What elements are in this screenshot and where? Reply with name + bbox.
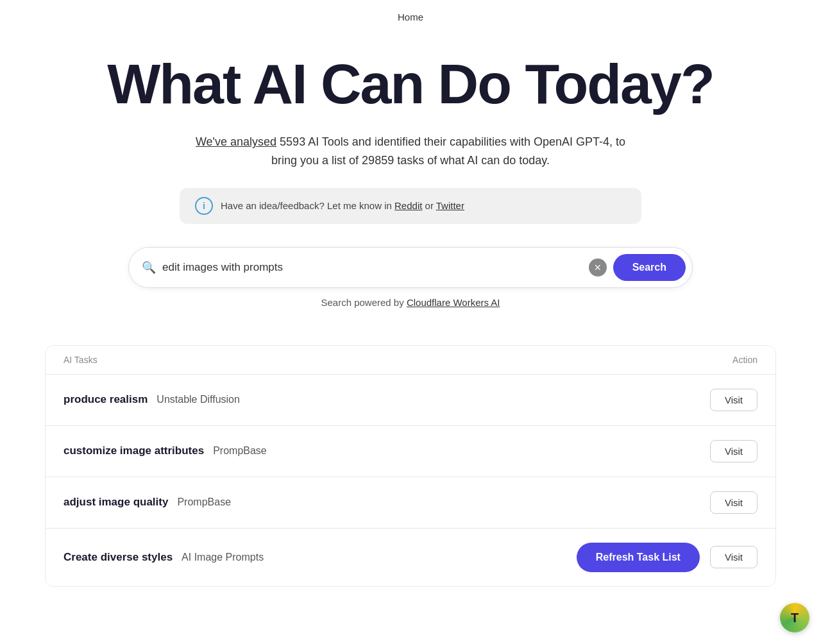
results-table: AI Tasks Action produce realism Unstable… bbox=[45, 345, 776, 587]
task-tool: PrompBase bbox=[213, 445, 267, 457]
task-name: Create diverse styles bbox=[63, 551, 173, 564]
search-container: 🔍 ✕ Search bbox=[103, 247, 718, 288]
refresh-button[interactable]: Refresh Task List bbox=[577, 543, 700, 572]
task-name: produce realism bbox=[63, 393, 148, 406]
search-bar: 🔍 ✕ Search bbox=[128, 247, 693, 288]
visit-button-1[interactable]: Visit bbox=[710, 440, 758, 462]
task-tool: AI Image Prompts bbox=[182, 552, 264, 563]
info-icon: i bbox=[195, 197, 213, 215]
task-name: customize image attributes bbox=[63, 445, 204, 457]
task-name: adjust image quality bbox=[63, 496, 168, 509]
table-header: AI Tasks Action bbox=[46, 346, 775, 375]
table-row: adjust image quality PrompBase Visit bbox=[46, 477, 775, 529]
clear-button[interactable]: ✕ bbox=[589, 258, 607, 276]
visit-button-3[interactable]: Visit bbox=[710, 546, 758, 568]
analysed-link[interactable]: We've analysed bbox=[196, 135, 276, 148]
row-left: customize image attributes PrompBase bbox=[63, 445, 267, 457]
row-left: Create diverse styles AI Image Prompts bbox=[63, 551, 264, 564]
reddit-link[interactable]: Reddit bbox=[394, 200, 422, 211]
table-row: produce realism Unstable Diffusion Visit bbox=[46, 375, 775, 426]
visit-button-0[interactable]: Visit bbox=[710, 389, 758, 411]
logo-letter: T bbox=[791, 611, 799, 625]
info-banner: i Have an idea/feedback? Let me know in … bbox=[180, 188, 641, 224]
col-action-label: Action bbox=[732, 355, 758, 365]
hero-title: What AI Can Do Today? bbox=[13, 55, 808, 114]
visit-button-2[interactable]: Visit bbox=[710, 491, 758, 514]
logo-badge: T bbox=[780, 603, 809, 632]
row-left: produce realism Unstable Diffusion bbox=[63, 393, 240, 406]
hero-subtitle: We've analysed 5593 AI Tools and identif… bbox=[186, 133, 635, 170]
hero-section: What AI Can Do Today? We've analysed 559… bbox=[0, 29, 821, 345]
nav: Home bbox=[0, 0, 821, 29]
nav-home-link[interactable]: Home bbox=[398, 12, 423, 22]
cloudflare-link[interactable]: Cloudflare Workers AI bbox=[407, 297, 500, 308]
twitter-link[interactable]: Twitter bbox=[436, 200, 464, 211]
table-row: Create diverse styles AI Image Prompts R… bbox=[46, 529, 775, 586]
table-row: customize image attributes PrompBase Vis… bbox=[46, 426, 775, 477]
col-tasks-label: AI Tasks bbox=[63, 355, 97, 365]
task-tool: PrompBase bbox=[177, 496, 231, 508]
search-button[interactable]: Search bbox=[613, 254, 686, 281]
row-left: adjust image quality PrompBase bbox=[63, 496, 231, 509]
info-text: Have an idea/feedback? Let me know in Re… bbox=[221, 200, 464, 211]
task-tool: Unstable Diffusion bbox=[157, 394, 240, 405]
search-input[interactable] bbox=[162, 261, 582, 274]
search-icon: 🔍 bbox=[142, 260, 156, 275]
last-row-actions: Refresh Task List Visit bbox=[577, 543, 758, 572]
powered-by: Search powered by Cloudflare Workers AI bbox=[13, 297, 808, 308]
